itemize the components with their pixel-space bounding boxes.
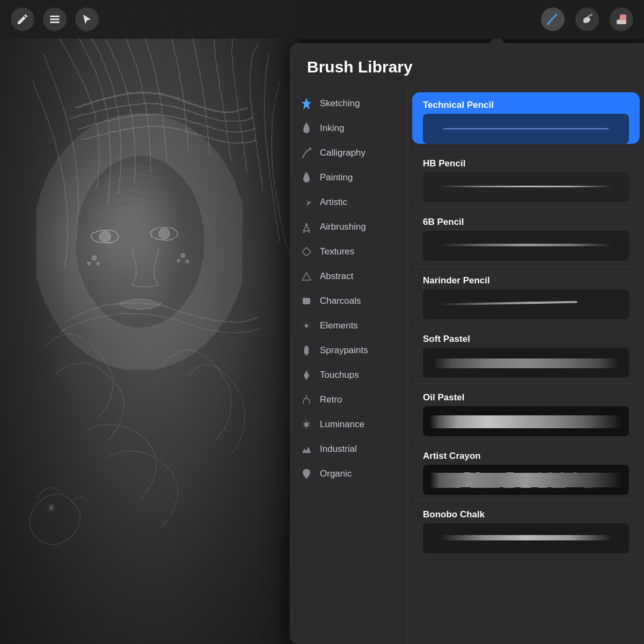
category-abstract[interactable]: Abstract (290, 264, 407, 289)
svg-rect-24 (304, 347, 309, 354)
brush-bonobo-chalk[interactable]: Bonobo Chalk (412, 502, 640, 553)
elements-label: Elements (320, 320, 358, 331)
brush-artist-crayon-preview (423, 465, 629, 495)
separator-6 (414, 442, 638, 442)
painting-icon (301, 172, 312, 184)
retro-label: Retro (320, 394, 342, 405)
painting-label: Painting (320, 172, 353, 183)
abstract-label: Abstract (320, 271, 353, 282)
separator-2 (414, 208, 638, 208)
sketching-icon (301, 98, 312, 109)
category-inking[interactable]: Inking (290, 116, 407, 141)
brush-hb-pencil[interactable]: HB Pencil (412, 151, 640, 202)
inking-icon (301, 122, 312, 134)
calligraphy-label: Calligraphy (320, 148, 365, 158)
svg-point-20 (309, 148, 311, 150)
airbrushing-label: Airbrushing (320, 222, 366, 232)
luminance-icon (301, 419, 312, 430)
elements-icon (301, 320, 312, 332)
panel-title: Brush Library (307, 58, 627, 76)
category-textures[interactable]: Textures (290, 239, 407, 264)
layers-icon[interactable] (43, 8, 67, 31)
separator-3 (414, 266, 638, 267)
category-calligraphy[interactable]: Calligraphy (290, 141, 407, 165)
industrial-label: Industrial (320, 444, 357, 455)
organic-label: Organic (320, 469, 352, 479)
category-painting[interactable]: Painting (290, 165, 407, 190)
organic-icon (301, 468, 312, 480)
svg-rect-0 (50, 16, 60, 17)
brush-narinder-pencil[interactable]: Narinder Pencil (412, 268, 640, 319)
svg-rect-22 (303, 298, 310, 304)
selection-icon[interactable] (75, 8, 99, 31)
textures-label: Textures (320, 246, 354, 257)
sketching-label: Sketching (320, 98, 360, 109)
brush-6b-pencil-preview (423, 231, 629, 261)
category-touchups[interactable]: Touchups (290, 363, 407, 387)
spraypaints-label: Spraypaints (320, 345, 368, 356)
svg-rect-25 (305, 346, 308, 347)
category-airbrushing[interactable]: Airbrushing (290, 215, 407, 239)
charcoals-label: Charcoals (320, 296, 361, 306)
spraypaints-icon (301, 345, 312, 356)
brush-oil-pastel[interactable]: Oil Pastel (412, 385, 640, 436)
brush-hb-pencil-name: HB Pencil (423, 151, 629, 172)
svg-point-26 (306, 354, 308, 356)
airbrushing-icon (301, 221, 312, 233)
artwork (0, 0, 301, 644)
category-elements[interactable]: Elements (290, 313, 407, 338)
svg-point-23 (305, 324, 308, 327)
svg-rect-1 (50, 19, 60, 20)
brush-soft-pastel[interactable]: Soft Pastel (412, 326, 640, 378)
brush-technical-pencil[interactable]: Technical Pencil (412, 92, 640, 144)
brush-bonobo-chalk-preview (423, 523, 629, 553)
category-organic[interactable]: Organic (290, 462, 407, 486)
brush-tool-icon[interactable] (541, 8, 565, 31)
brush-technical-pencil-name: Technical Pencil (423, 92, 629, 114)
brush-list: Technical Pencil HB Pencil 6B Pencil Nar… (408, 87, 644, 644)
panel-body: Sketching Inking Calligraphy (290, 87, 644, 644)
artistic-label: Artistic (320, 197, 347, 208)
panel-header: Brush Library (290, 43, 644, 87)
category-list: Sketching Inking Calligraphy (290, 87, 408, 644)
artistic-icon (301, 196, 312, 208)
brush-artist-crayon-name: Artist Crayon (423, 443, 629, 465)
brush-oil-pastel-preview (423, 406, 629, 436)
toolbar-left-tools (11, 8, 99, 31)
eraser-tool-icon[interactable] (610, 8, 633, 31)
brush-library-panel: Brush Library Sketching Inking (290, 43, 644, 644)
modify-icon[interactable] (11, 8, 34, 31)
svg-rect-2 (50, 21, 60, 23)
brush-6b-pencil-name: 6B Pencil (423, 209, 629, 231)
touchups-icon (301, 369, 312, 381)
art-overlay (0, 0, 301, 644)
separator-7 (414, 500, 638, 501)
category-luminance[interactable]: Luminance (290, 412, 407, 437)
svg-point-21 (305, 223, 308, 225)
brush-narinder-pencil-name: Narinder Pencil (423, 268, 629, 289)
category-retro[interactable]: Retro (290, 387, 407, 412)
toolbar-right-tools (541, 8, 633, 31)
luminance-label: Luminance (320, 419, 364, 430)
touchups-label: Touchups (320, 370, 359, 380)
category-artistic[interactable]: Artistic (290, 190, 407, 215)
toolbar (0, 0, 644, 39)
charcoals-icon (301, 295, 312, 307)
brush-bonobo-chalk-name: Bonobo Chalk (423, 502, 629, 523)
canvas-area[interactable] (0, 0, 301, 644)
category-industrial[interactable]: Industrial (290, 437, 407, 462)
abstract-icon (301, 270, 312, 282)
brush-narinder-pencil-preview (423, 289, 629, 319)
brush-artist-crayon[interactable]: Artist Crayon (412, 443, 640, 495)
brush-hb-pencil-preview (423, 172, 629, 202)
separator-5 (414, 383, 638, 384)
category-sketching[interactable]: Sketching (290, 91, 407, 116)
industrial-icon (301, 443, 312, 455)
brush-technical-pencil-preview (423, 114, 629, 144)
retro-icon (301, 394, 312, 406)
calligraphy-icon (301, 147, 312, 159)
category-charcoals[interactable]: Charcoals (290, 289, 407, 313)
category-spraypaints[interactable]: Spraypaints (290, 338, 407, 363)
smudge-tool-icon[interactable] (575, 8, 599, 31)
brush-6b-pencil[interactable]: 6B Pencil (412, 209, 640, 261)
